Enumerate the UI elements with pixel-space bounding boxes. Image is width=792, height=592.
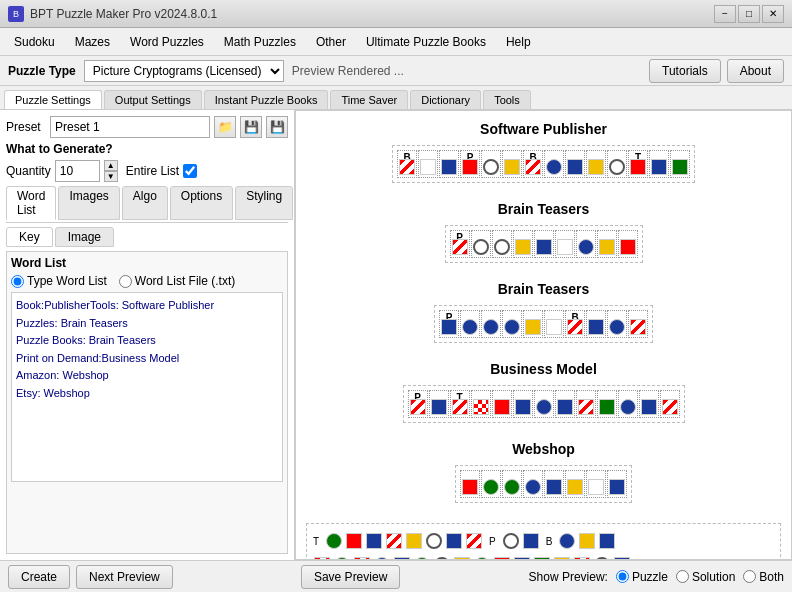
- cipher-cell: [628, 310, 648, 338]
- cipher-cell: [523, 310, 543, 338]
- toolbar: Puzzle Type Picture Cryptograms (License…: [0, 56, 792, 86]
- cipher-cell: [418, 150, 438, 178]
- cipher-cell: [670, 150, 690, 178]
- cipher-cell: [597, 230, 617, 258]
- cipher-cell: [502, 150, 522, 178]
- quantity-up[interactable]: ▲: [104, 160, 118, 171]
- save-preview-button[interactable]: Save Preview: [301, 565, 400, 589]
- cipher-cell: [649, 150, 669, 178]
- puzzle-title-1: Software Publisher: [480, 121, 607, 137]
- both-radio-label: Both: [759, 570, 784, 584]
- list-item: Amazon: Webshop: [16, 367, 278, 385]
- cipher-cell: [555, 390, 575, 418]
- about-button[interactable]: About: [727, 59, 784, 83]
- puzzle-title-2: Brain Teasers: [498, 201, 590, 217]
- menu-ultimate[interactable]: Ultimate Puzzle Books: [356, 31, 496, 53]
- sub-tabs: Word List Images Algo Options Styling: [6, 186, 288, 223]
- puzzle-radio-label: Puzzle: [632, 570, 668, 584]
- cipher-cell: [618, 390, 638, 418]
- generate-label: What to Generate?: [6, 142, 113, 156]
- puzzle-visual-2: P: [445, 225, 643, 263]
- left-panel: Preset 📁 💾 💾 What to Generate? Quantity …: [0, 110, 295, 560]
- entire-list-label: Entire List: [126, 164, 179, 178]
- cipher-cell: P: [408, 390, 428, 418]
- show-preview-label: Show Preview:: [529, 570, 608, 584]
- radio-type-word-list[interactable]: Type Word List: [11, 274, 107, 288]
- cipher-cell: [471, 230, 491, 258]
- minimize-button[interactable]: −: [714, 5, 736, 23]
- window-controls: − □ ✕: [714, 5, 784, 23]
- cipher-cell: B: [523, 150, 543, 178]
- preset-input[interactable]: [50, 116, 210, 138]
- cipher-cell: [586, 470, 606, 498]
- subtab-styling[interactable]: Styling: [235, 186, 293, 220]
- tab-puzzle-settings[interactable]: Puzzle Settings: [4, 90, 102, 109]
- subtab-options[interactable]: Options: [170, 186, 233, 220]
- subtab-images[interactable]: Images: [58, 186, 119, 220]
- quantity-input[interactable]: [55, 160, 100, 182]
- tab-tools[interactable]: Tools: [483, 90, 531, 109]
- word-list-content[interactable]: Book:PublisherTools: Software Publisher …: [11, 292, 283, 482]
- puzzle-visual-5: [455, 465, 632, 503]
- app-title: BPT Puzzle Maker Pro v2024.8.0.1: [30, 7, 217, 21]
- quantity-down[interactable]: ▼: [104, 171, 118, 182]
- menu-mazes[interactable]: Mazes: [65, 31, 120, 53]
- ki-tab-image[interactable]: Image: [55, 227, 114, 247]
- entire-list-checkbox[interactable]: [183, 164, 197, 178]
- radio-word-list-file[interactable]: Word List File (.txt): [119, 274, 235, 288]
- cipher-cell: [586, 150, 606, 178]
- cipher-cell: [544, 310, 564, 338]
- cipher-cell: [565, 150, 585, 178]
- show-puzzle-option[interactable]: Puzzle: [616, 570, 668, 584]
- cipher-cell: [439, 150, 459, 178]
- list-item: Puzzle Books: Brain Teasers: [16, 332, 278, 350]
- show-both-option[interactable]: Both: [743, 570, 784, 584]
- save-as-button[interactable]: 💾: [266, 116, 288, 138]
- cipher-cell: T: [628, 150, 648, 178]
- preset-label: Preset: [6, 120, 46, 134]
- create-button[interactable]: Create: [8, 565, 70, 589]
- cipher-cell: [607, 150, 627, 178]
- puzzle-section-5: Webshop: [306, 441, 781, 505]
- tab-instant-puzzle-books[interactable]: Instant Puzzle Books: [204, 90, 329, 109]
- save-button[interactable]: 💾: [240, 116, 262, 138]
- ki-tabs: Key Image: [6, 227, 288, 247]
- cipher-cell: [534, 390, 554, 418]
- folder-button[interactable]: 📁: [214, 116, 236, 138]
- title-bar: B BPT Puzzle Maker Pro v2024.8.0.1 − □ ✕: [0, 0, 792, 28]
- tab-dictionary[interactable]: Dictionary: [410, 90, 481, 109]
- cipher-cell: B: [397, 150, 417, 178]
- cipher-cell: [618, 230, 638, 258]
- menu-help[interactable]: Help: [496, 31, 541, 53]
- list-item: Etsy: Webshop: [16, 385, 278, 403]
- menu-math-puzzles[interactable]: Math Puzzles: [214, 31, 306, 53]
- maximize-button[interactable]: □: [738, 5, 760, 23]
- cipher-cell: [513, 230, 533, 258]
- cipher-cell: [460, 470, 480, 498]
- cipher-cell: [502, 470, 522, 498]
- next-preview-button[interactable]: Next Preview: [76, 565, 173, 589]
- cipher-cell: B: [565, 310, 585, 338]
- ki-tab-key[interactable]: Key: [6, 227, 53, 247]
- subtab-algo[interactable]: Algo: [122, 186, 168, 220]
- show-solution-option[interactable]: Solution: [676, 570, 735, 584]
- word-list-header: Word List: [11, 256, 283, 270]
- quantity-label: Quantity: [6, 164, 51, 178]
- subtab-word-list[interactable]: Word List: [6, 186, 56, 220]
- cipher-cell: P: [439, 310, 459, 338]
- tab-output-settings[interactable]: Output Settings: [104, 90, 202, 109]
- menu-other[interactable]: Other: [306, 31, 356, 53]
- puzzle-title-4: Business Model: [490, 361, 597, 377]
- cipher-cell: [492, 390, 512, 418]
- cipher-cell: [597, 390, 617, 418]
- menu-sudoku[interactable]: Sudoku: [4, 31, 65, 53]
- menu-word-puzzles[interactable]: Word Puzzles: [120, 31, 214, 53]
- close-button[interactable]: ✕: [762, 5, 784, 23]
- list-item: Print on Demand:Business Model: [16, 350, 278, 368]
- cipher-cell: P: [460, 150, 480, 178]
- tab-time-saver[interactable]: Time Saver: [330, 90, 408, 109]
- puzzle-type-label: Puzzle Type: [8, 64, 76, 78]
- tutorials-button[interactable]: Tutorials: [649, 59, 721, 83]
- puzzle-section-6: T P B: [306, 521, 781, 560]
- puzzle-type-select[interactable]: Picture Cryptograms (Licensed): [84, 60, 284, 82]
